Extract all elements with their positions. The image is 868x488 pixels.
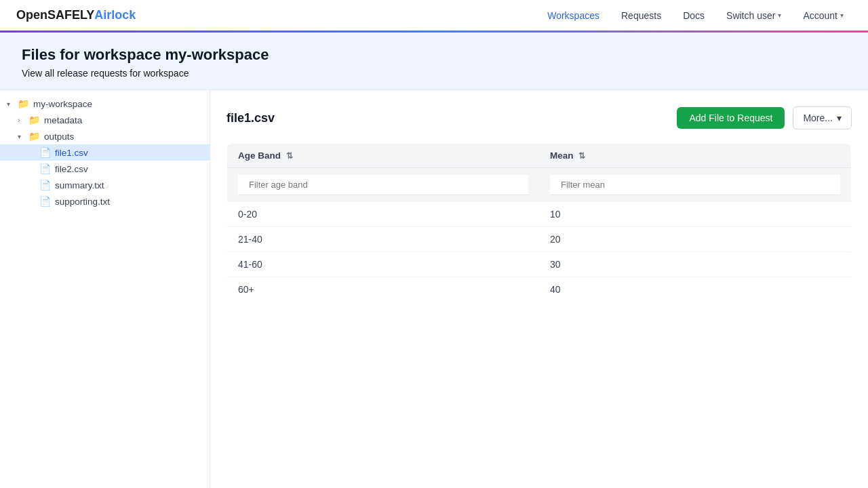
tree-item-file1.csv[interactable]: 📄file1.csv [0,144,210,161]
table-row: 21-4020 [227,227,852,252]
cell-mean: 30 [539,252,852,277]
page-subtitle: View all release requests for workspace [22,68,846,79]
nav-account[interactable]: Account ▾ [795,6,852,25]
chevron-metadata: › [14,117,24,124]
view-requests-link[interactable]: View all release requests for workspace [22,68,189,79]
sort-icon-age[interactable]: ⇅ [286,151,293,161]
file-icon-summary.txt: 📄 [39,180,51,190]
main-content: file1.csv Add File to Request More... ▾ … [210,90,868,488]
page-title: Files for workspace my-workspace [22,46,846,64]
tree-item-outputs[interactable]: ▾📁outputs [0,128,210,144]
add-file-button[interactable]: Add File to Request [677,107,785,129]
cell-mean: 10 [539,202,852,227]
more-chevron: ▾ [837,113,842,123]
filter-age-band[interactable] [238,175,528,195]
tree-item-supporting.txt[interactable]: 📄supporting.txt [0,193,210,209]
filter-mean[interactable] [550,175,840,195]
navbar: OpenSAFELY Airlock Workspaces Requests D… [0,0,868,33]
file-icon-file1.csv: 📄 [39,147,51,158]
table-row: 41-6030 [227,252,852,277]
col-age-band: Age Band ⇅ [227,144,540,168]
folder-icon-outputs: 📁 [28,131,40,142]
file-header: file1.csv Add File to Request More... ▾ [226,106,852,129]
item-label-file2.csv: file2.csv [55,164,88,174]
sort-icon-mean[interactable]: ⇅ [578,151,585,161]
tree-item-file2.csv[interactable]: 📄file2.csv [0,161,210,177]
item-label-file1.csv: file1.csv [55,148,88,158]
nav-docs[interactable]: Docs [675,6,713,25]
filter-row [227,168,852,203]
table-row: 0-2010 [227,202,852,227]
chevron-outputs: ▾ [14,133,24,140]
file-icon-file2.csv: 📄 [39,163,51,174]
more-button[interactable]: More... ▾ [793,106,852,129]
cell-mean: 40 [539,277,852,302]
brand: OpenSAFELY Airlock [16,8,136,22]
table-body: 0-201021-402041-603060+40 [227,202,852,302]
brand-airlock: Airlock [94,8,136,22]
navbar-links: Workspaces Requests Docs Switch user ▾ A… [539,6,852,25]
col-mean: Mean ⇅ [539,144,852,168]
table-header-row: Age Band ⇅ Mean ⇅ [227,144,852,168]
tree-item-summary.txt[interactable]: 📄summary.txt [0,177,210,193]
item-label-outputs: outputs [44,131,74,142]
brand-opensafely: OpenSAFELY [16,8,94,22]
file-icon-supporting.txt: 📄 [39,196,51,207]
tree-item-metadata[interactable]: ›📁metadata [0,112,210,128]
chevron-my-workspace: ▾ [3,100,14,108]
data-table: Age Band ⇅ Mean ⇅ 0-201021-402041-603060… [226,143,852,302]
cell-age_band: 21-40 [227,227,540,252]
item-label-metadata: metadata [44,115,82,125]
account-chevron: ▾ [840,12,844,19]
item-label-summary.txt: summary.txt [55,180,104,190]
cell-mean: 20 [539,227,852,252]
folder-icon-metadata: 📁 [28,115,40,125]
cell-age_band: 60+ [227,277,540,302]
item-label-my-workspace: my-workspace [33,99,92,109]
nav-switch-user[interactable]: Switch user ▾ [718,6,789,25]
layout: ▾📁my-workspace›📁metadata▾📁outputs📄file1.… [0,90,868,488]
switch-user-chevron: ▾ [778,12,781,19]
tree-item-my-workspace[interactable]: ▾📁my-workspace [0,96,210,112]
file-actions: Add File to Request More... ▾ [677,106,852,129]
table-row: 60+40 [227,277,852,302]
folder-icon-my-workspace: 📁 [18,98,29,109]
cell-age_band: 41-60 [227,252,540,277]
item-label-supporting.txt: supporting.txt [55,197,110,207]
page-header: Files for workspace my-workspace View al… [0,33,868,90]
nav-workspaces[interactable]: Workspaces [539,6,608,25]
sidebar: ▾📁my-workspace›📁metadata▾📁outputs📄file1.… [0,90,210,488]
file-name: file1.csv [226,111,275,125]
nav-requests[interactable]: Requests [613,6,669,25]
cell-age_band: 0-20 [227,202,540,227]
